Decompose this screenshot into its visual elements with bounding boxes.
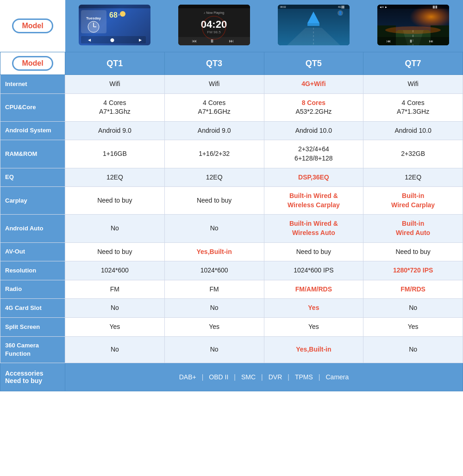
screen-qt5: 08:02 4G ▌▌ 👤	[278, 5, 350, 45]
model-qt3: QT3	[164, 52, 264, 75]
val-eq-qt7: 12EQ	[363, 168, 463, 187]
val-internet-qt3: Wifi	[164, 75, 264, 94]
acc-divider-1: |	[202, 373, 204, 381]
svg-point-43	[385, 26, 441, 34]
svg-text:⏮: ⏮	[387, 39, 391, 43]
label-cpu: CPU&Core	[0, 93, 65, 121]
comparison-table: Model Tuesday 68 °	[0, 0, 463, 391]
svg-text:⬤: ⬤	[110, 38, 114, 42]
row-avout: AV-Out Need to buy Yes,Built-in Need to …	[0, 242, 463, 261]
label-ram: RAM&ROM	[0, 140, 65, 168]
label-4g-slot: 4G Card Slot	[0, 299, 65, 318]
val-android-qt5: Android 10.0	[264, 121, 363, 140]
model-name-row: Model QT1 QT3 QT5 QT7	[0, 52, 463, 75]
label-split-screen: Split Screen	[0, 317, 65, 336]
label-android-auto: Android Auto	[0, 215, 65, 242]
row-4g-slot: 4G Card Slot No No Yes No	[0, 299, 463, 318]
svg-text:♪ Now Playing: ♪ Now Playing	[204, 11, 224, 15]
product-image-qt5: 08:02 4G ▌▌ 👤	[264, 0, 363, 52]
svg-rect-0	[79, 5, 150, 8]
val-carplay-qt7: Built-inWired Carplay	[363, 187, 463, 215]
val-carplay-qt1: Need to buy	[65, 187, 165, 215]
val-auto-qt5: Built-in Wired &Wireless Auto	[264, 215, 363, 242]
val-split-qt3: Yes	[164, 317, 264, 336]
val-4g-qt1: No	[65, 299, 165, 318]
val-cpu-qt5: 8 CoresA53*2.2GHz	[264, 93, 363, 121]
label-resolution: Resolution	[0, 261, 65, 280]
val-360-qt3: No	[164, 336, 264, 363]
row-eq: EQ 12EQ 12EQ DSP,36EQ 12EQ	[0, 168, 463, 187]
row-carplay: Carplay Need to buy Need to buy Built-in…	[0, 187, 463, 215]
svg-text:08:02: 08:02	[280, 6, 286, 8]
val-360-qt5: Yes,Built-in	[264, 336, 363, 363]
label-carplay: Carplay	[0, 187, 65, 215]
acc-divider-2: |	[234, 373, 236, 381]
row-internet: Internet Wifi Wifi 4G+Wifi Wifi	[0, 75, 463, 94]
val-cpu-qt3: 4 CoresA7*1.6GHz	[164, 93, 264, 121]
svg-text:⏭: ⏭	[229, 38, 234, 43]
val-android-qt7: Android 10.0	[363, 121, 463, 140]
val-ram-qt7: 2+32GB	[363, 140, 463, 168]
row-resolution: Resolution 1024*600 1024*600 1024*600 IP…	[0, 261, 463, 280]
val-cpu-qt7: 4 CoresA7*1.3GHz	[363, 93, 463, 121]
label-360-camera: 360 Camera Function	[0, 336, 65, 363]
acc-divider-4: |	[288, 373, 289, 381]
svg-text:⏭: ⏭	[429, 39, 433, 43]
acc-divider-3: |	[261, 373, 263, 381]
val-split-qt5: Yes	[264, 317, 363, 336]
val-split-qt7: Yes	[363, 317, 463, 336]
label-eq: EQ	[0, 168, 65, 187]
val-avout-qt7: Need to buy	[363, 242, 463, 261]
val-res-qt5: 1024*600 IPS	[264, 261, 363, 280]
acc-divider-5: |	[319, 373, 320, 381]
product-image-row: Model Tuesday 68 °	[0, 0, 463, 52]
svg-rect-35	[377, 5, 449, 9]
acc-obdii: OBD II	[203, 373, 234, 381]
val-360-qt1: No	[65, 336, 165, 363]
val-4g-qt7: No	[363, 299, 463, 318]
screen-qt7: ◀ ⏸ ▶ ▌▌▌ ⏮ ⏸ ⏭	[377, 5, 449, 45]
val-auto-qt7: Built-inWired Auto	[363, 215, 463, 242]
svg-text:68: 68	[109, 11, 118, 19]
val-eq-qt1: 12EQ	[65, 168, 165, 187]
svg-rect-28	[307, 23, 319, 26]
svg-rect-14	[178, 5, 250, 8]
svg-point-8	[120, 11, 125, 17]
row-split-screen: Split Screen Yes Yes Yes Yes	[0, 317, 463, 336]
val-res-qt3: 1024*600	[164, 261, 264, 280]
row-accessories: AccessoriesNeed to buy DAB+ | OBD II | S…	[0, 363, 463, 391]
svg-text:⏸: ⏸	[409, 39, 413, 43]
svg-text:FM 98.5: FM 98.5	[207, 30, 221, 34]
val-internet-qt5: 4G+Wifi	[264, 75, 363, 94]
val-radio-qt7: FM/RDS	[363, 280, 463, 299]
acc-dvr: DVR	[263, 373, 288, 381]
product-image-qt7: ◀ ⏸ ▶ ▌▌▌ ⏮ ⏸ ⏭	[363, 0, 463, 52]
val-auto-qt1: No	[65, 215, 165, 242]
label-avout: AV-Out	[0, 242, 65, 261]
val-360-qt7: No	[363, 336, 463, 363]
val-radio-qt1: FM	[65, 280, 165, 299]
acc-tpms: TPMS	[289, 373, 319, 381]
svg-text:▶: ▶	[139, 38, 142, 42]
accessories-list: DAB+ | OBD II | SMC | DVR | TPMS | Camer…	[69, 373, 459, 381]
val-internet-qt7: Wifi	[363, 75, 463, 94]
product-image-qt3: ♪ Now Playing 04:20 FM 98.5 ⏮ ⏸ ⏭	[164, 0, 264, 52]
svg-text:Tuesday: Tuesday	[86, 16, 101, 20]
model-qt1: QT1	[65, 52, 165, 75]
model-qt7: QT7	[363, 52, 463, 75]
acc-camera: Camera	[320, 373, 354, 381]
svg-text:▌▌▌: ▌▌▌	[433, 6, 438, 9]
val-avout-qt1: Need to buy	[65, 242, 165, 261]
val-internet-qt1: Wifi	[65, 75, 165, 94]
label-accessories: AccessoriesNeed to buy	[0, 363, 65, 391]
row-android-auto: Android Auto No No Built-in Wired &Wirel…	[0, 215, 463, 242]
val-android-qt3: Android 9.0	[164, 121, 264, 140]
row-radio: Radio FM FM FM/AM/RDS FM/RDS	[0, 280, 463, 299]
model-pill: Model	[12, 56, 53, 71]
model-label: Model	[12, 19, 53, 33]
val-carplay-qt5: Built-in Wired &Wireless Carplay	[264, 187, 363, 215]
svg-text:◀ ⏸ ▶: ◀ ⏸ ▶	[380, 6, 387, 8]
model-qt5: QT5	[264, 52, 363, 75]
val-android-qt1: Android 9.0	[65, 121, 165, 140]
acc-dab: DAB+	[174, 373, 202, 381]
